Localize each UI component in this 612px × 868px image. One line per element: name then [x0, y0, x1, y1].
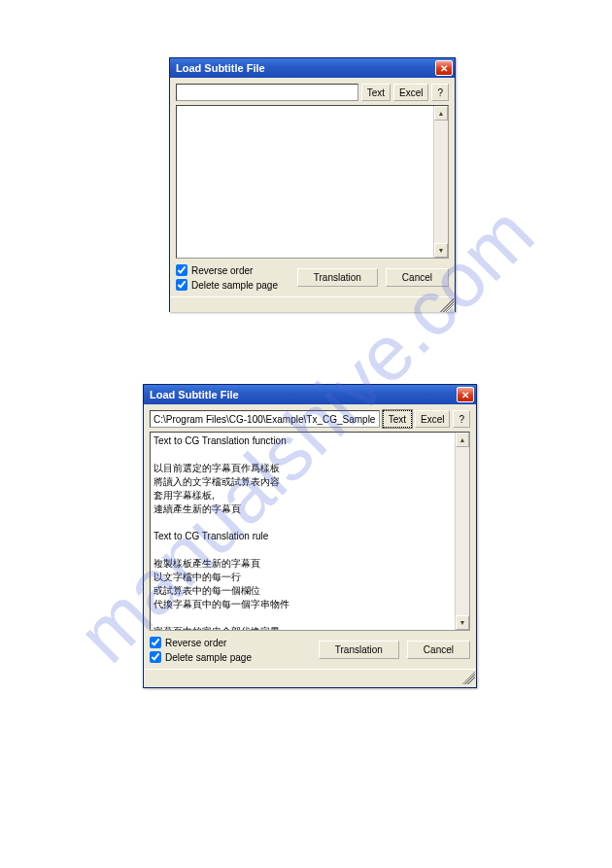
resize-grip-icon[interactable]	[440, 298, 454, 312]
titlebar[interactable]: Load Subtitle File ✕	[170, 58, 455, 78]
statusbar	[144, 669, 476, 684]
titlebar[interactable]: Load Subtitle File ✕	[144, 385, 476, 404]
help-button[interactable]: ?	[431, 84, 449, 101]
reverse-order-checkbox[interactable]: Reverse order	[150, 637, 252, 648]
reverse-order-checkbox[interactable]: Reverse order	[176, 264, 278, 276]
bottom-row: Reverse order Delete sample page Transla…	[176, 264, 449, 291]
dialog-body: Text Excel ? Text to CG Translation func…	[144, 404, 476, 669]
content-textarea[interactable]: Text to CG Translation function 以目前選定的字幕…	[150, 432, 470, 631]
close-icon[interactable]: ✕	[435, 60, 453, 76]
text-button[interactable]: Text	[361, 84, 391, 101]
load-subtitle-dialog-1: Load Subtitle File ✕ Text Excel ? ▲ ▼ Re…	[169, 57, 456, 312]
load-subtitle-dialog-2: Load Subtitle File ✕ Text Excel ? Text t…	[143, 384, 477, 688]
checkbox-column: Reverse order Delete sample page	[150, 637, 252, 663]
scroll-track[interactable]	[434, 121, 448, 243]
scroll-up-icon[interactable]: ▲	[456, 433, 469, 447]
top-row: Text Excel ?	[150, 410, 470, 428]
delete-sample-input[interactable]	[176, 279, 187, 291]
window-title: Load Subtitle File	[150, 389, 239, 400]
file-path-input[interactable]	[150, 410, 380, 428]
reverse-order-label: Reverse order	[165, 638, 226, 648]
checkbox-column: Reverse order Delete sample page	[176, 264, 278, 291]
delete-sample-label: Delete sample page	[165, 652, 252, 663]
help-button[interactable]: ?	[453, 410, 470, 428]
content-textarea[interactable]: ▲ ▼	[176, 105, 449, 259]
close-icon[interactable]: ✕	[457, 387, 474, 402]
reverse-order-label: Reverse order	[191, 265, 253, 276]
statusbar	[170, 296, 455, 312]
delete-sample-checkbox[interactable]: Delete sample page	[176, 279, 278, 291]
textarea-content: Text to CG Translation function 以目前選定的字幕…	[153, 434, 454, 631]
vertical-scrollbar[interactable]: ▲ ▼	[455, 433, 469, 630]
window-title: Load Subtitle File	[176, 62, 265, 74]
scroll-up-icon[interactable]: ▲	[434, 106, 448, 121]
translation-button[interactable]: Translation	[297, 268, 378, 287]
dialog-body: Text Excel ? ▲ ▼ Reverse order Delete sa…	[170, 78, 455, 296]
scroll-down-icon[interactable]: ▼	[456, 615, 469, 630]
delete-sample-checkbox[interactable]: Delete sample page	[150, 651, 252, 663]
scroll-track[interactable]	[456, 447, 469, 615]
excel-button[interactable]: Excel	[393, 84, 428, 101]
reverse-order-input[interactable]	[150, 637, 161, 648]
text-button[interactable]: Text	[383, 410, 412, 428]
cancel-button[interactable]: Cancel	[386, 268, 449, 287]
file-path-input[interactable]	[176, 84, 358, 101]
delete-sample-input[interactable]	[150, 651, 161, 663]
reverse-order-input[interactable]	[176, 264, 187, 276]
top-row: Text Excel ?	[176, 84, 449, 101]
scroll-down-icon[interactable]: ▼	[434, 243, 448, 258]
translation-button[interactable]: Translation	[319, 641, 399, 659]
cancel-button[interactable]: Cancel	[407, 641, 470, 659]
excel-button[interactable]: Excel	[415, 410, 450, 428]
resize-grip-icon[interactable]	[461, 671, 475, 684]
delete-sample-label: Delete sample page	[191, 280, 278, 291]
bottom-row: Reverse order Delete sample page Transla…	[150, 637, 470, 663]
vertical-scrollbar[interactable]: ▲ ▼	[433, 106, 448, 258]
